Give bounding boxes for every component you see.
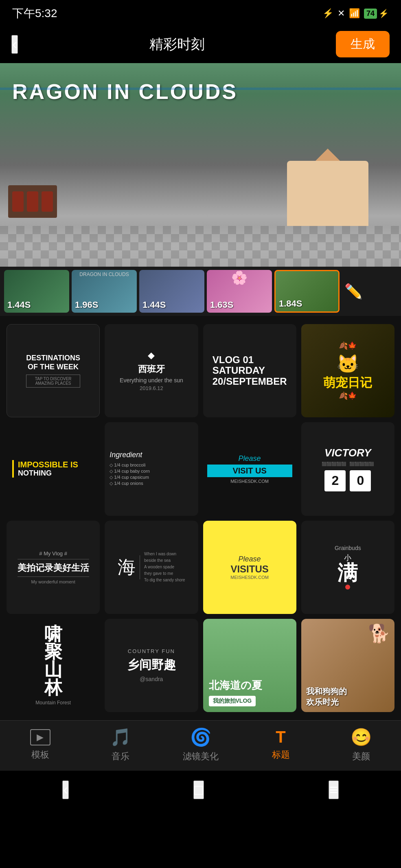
ingredient-item-4: ◇ 1/4 cup onions bbox=[110, 481, 193, 486]
template-visit[interactable]: Please VISIT US MEISHESDK.COM bbox=[203, 422, 296, 515]
impossible-content: IMPOSSIBLE IS NOTHING bbox=[7, 454, 100, 483]
preview-text: RAGON IN CLOUDS bbox=[12, 79, 238, 104]
spain-name: 西班牙 bbox=[120, 363, 183, 375]
nav-music-label: 音乐 bbox=[112, 750, 129, 763]
template-myvlog[interactable]: # My Vlog # 美拍记录美好生活 My wonderful moment bbox=[7, 521, 100, 614]
leaves-bottom: 🍂🍁 bbox=[339, 391, 357, 400]
header: ‹ 精彩时刻 生成 bbox=[0, 25, 401, 63]
nav-title[interactable]: T 标题 bbox=[261, 729, 301, 761]
pet-content: 🍂🍁 🐱 萌宠日记 🍂🍁 bbox=[301, 324, 394, 417]
nav-music[interactable]: 🎵 音乐 bbox=[100, 727, 141, 763]
ingredient-content: Ingredient ◇ 1/4 cup broccoli ◇ 1/4 cup … bbox=[105, 446, 198, 492]
template-sea[interactable]: 海 When I was downbeside the seaA wooden … bbox=[105, 521, 198, 614]
visit2-us: VISITUS bbox=[230, 563, 268, 575]
score-label-2: ⬛⬛⬛⬛⬛ bbox=[349, 462, 374, 466]
country-content: COUNTRY FUN 乡间野趣 @sandra bbox=[121, 642, 182, 688]
destinations-subtitle: TAP TO DISCOVERAMAZING PLACES bbox=[26, 375, 80, 388]
sys-back-button[interactable]: ‹ bbox=[62, 780, 69, 799]
template-hokkaido[interactable]: 北海道の夏 我的旅拍VLOG bbox=[203, 619, 296, 712]
templates-section: DESTINATIONSOF THE WEEK TAP TO DISCOVERA… bbox=[0, 316, 401, 720]
visit-content: Please VISIT US MEISHESDK.COM bbox=[203, 450, 296, 488]
template-vlog[interactable]: VLOG 01SATURDAY20/SEPTEMBER bbox=[203, 324, 296, 417]
nav-title-label: 标题 bbox=[272, 749, 290, 761]
thumb-1-duration: 1.44S bbox=[7, 300, 31, 310]
template-destinations[interactable]: DESTINATIONSOF THE WEEK TAP TO DISCOVERA… bbox=[7, 324, 100, 417]
thumbnail-5[interactable]: 1.84S bbox=[274, 270, 340, 313]
status-bar: 下午5:32 ⚡ ✕ 📶 74 ⚡ bbox=[0, 0, 401, 25]
hokkaido-badge: 我的旅拍VLOG bbox=[209, 696, 256, 706]
template-impossible[interactable]: IMPOSSIBLE IS NOTHING bbox=[7, 422, 100, 515]
location-icon: ◆ bbox=[120, 350, 183, 361]
template-dog[interactable]: 我和狗狗的欢乐时光 🐕 bbox=[301, 619, 394, 712]
sys-home-button[interactable]: □ bbox=[193, 780, 204, 799]
victory-title: VICTORY bbox=[307, 447, 389, 459]
visit2-domain: MEISHESDK.COM bbox=[230, 575, 269, 580]
destinations-content: DESTINATIONSOF THE WEEK TAP TO DISCOVERA… bbox=[20, 347, 87, 394]
thumb-3-duration: 1.44S bbox=[142, 300, 166, 310]
vlog-content: VLOG 01SATURDAY20/SEPTEMBER bbox=[206, 348, 294, 393]
thumbnail-4[interactable]: 🌸 1.63S bbox=[207, 270, 272, 313]
impossible-line2: NOTHING bbox=[18, 469, 94, 478]
system-nav-bar: ‹ □ ≡ bbox=[0, 771, 401, 807]
preview-building bbox=[287, 161, 368, 226]
template-country[interactable]: COUNTRY FUN 乡间野趣 @sandra bbox=[105, 619, 198, 712]
spain-subtitle: Everything under the sun bbox=[120, 377, 183, 384]
hokkaido-title: 北海道の夏 bbox=[209, 678, 291, 693]
myvlog-top: # My Vlog # bbox=[18, 550, 89, 557]
xiaoman-content: Grainbuds 小 满 bbox=[329, 539, 367, 595]
country-at: @sandra bbox=[127, 676, 176, 682]
thumb-2-duration: 1.96S bbox=[75, 300, 99, 310]
spain-date: 2019.6.12 bbox=[120, 385, 183, 391]
bluetooth-icon: ⚡ bbox=[322, 8, 333, 19]
template-ingredient[interactable]: Ingredient ◇ 1/4 cup broccoli ◇ 1/4 cup … bbox=[105, 422, 198, 515]
battery-icon: 74 ⚡ bbox=[364, 9, 389, 19]
nav-beauty[interactable]: 😊 美颜 bbox=[341, 727, 381, 763]
visit-please: Please bbox=[207, 454, 292, 463]
visit-domain: MEISHESDK.COM bbox=[207, 479, 292, 484]
myvlog-bottom: My wonderful moment bbox=[18, 579, 89, 584]
country-top: COUNTRY FUN bbox=[127, 648, 176, 654]
ingredient-item-3: ◇ 1/4 cup capsicum bbox=[110, 475, 193, 480]
template-victory[interactable]: VICTORY ⬛⬛⬛⬛⬛ ⬛⬛⬛⬛⬛ 2 0 bbox=[301, 422, 394, 515]
mountain-chars: 啸聚山林 bbox=[35, 625, 71, 697]
filter-icon: 🌀 bbox=[190, 727, 211, 747]
cat-icon: 🐱 bbox=[337, 353, 359, 375]
thumbnail-1[interactable]: 1.44S bbox=[4, 270, 69, 313]
score-label-1: ⬛⬛⬛⬛⬛ bbox=[322, 462, 346, 466]
sea-text: When I was downbeside the seaA wooden sp… bbox=[144, 551, 185, 583]
notification-icon: ✕ bbox=[337, 8, 345, 19]
thumbnail-2[interactable]: DRAGON IN CLOUDS 1.96S bbox=[72, 270, 137, 313]
battery-level: 74 bbox=[364, 9, 377, 19]
template-mountain[interactable]: 啸聚山林 Mountain Forest bbox=[7, 619, 100, 712]
dog-emoji: 🐕 bbox=[368, 623, 390, 644]
edit-button[interactable]: ✏️ bbox=[342, 280, 365, 303]
preview-floor bbox=[0, 226, 401, 267]
title-icon-container: T bbox=[271, 729, 291, 745]
score-box-2: 0 bbox=[350, 470, 371, 491]
sys-menu-button[interactable]: ≡ bbox=[329, 780, 339, 799]
template-visit2[interactable]: Please VISITUS MEISHESDK.COM bbox=[203, 521, 296, 614]
victory-scores: 2 0 bbox=[307, 470, 389, 491]
header-title: 精彩时刻 bbox=[149, 35, 205, 54]
score-box-1: 2 bbox=[324, 470, 346, 491]
thumbnail-strip: 1.44S DRAGON IN CLOUDS 1.96S 1.44S 🌸 1.6… bbox=[0, 267, 401, 316]
visit-us: VISIT US bbox=[207, 465, 292, 477]
thumbnail-3[interactable]: 1.44S bbox=[139, 270, 204, 313]
leaves-icon: 🍂🍁 bbox=[339, 341, 357, 350]
template-spain[interactable]: ◆ 西班牙 Everything under the sun 2019.6.12 bbox=[105, 324, 198, 417]
visit2-content: Please VISITUS MEISHESDK.COM bbox=[203, 521, 296, 614]
nav-filter[interactable]: 🌀 滤镜美化 bbox=[180, 727, 221, 763]
country-main: 乡间野趣 bbox=[127, 657, 176, 673]
bottom-nav: ▶ 模板 🎵 音乐 🌀 滤镜美化 T 标题 😊 美颜 bbox=[0, 720, 401, 771]
template-pet-diary[interactable]: 🍂🍁 🐱 萌宠日记 🍂🍁 bbox=[301, 324, 394, 417]
victory-content: VICTORY ⬛⬛⬛⬛⬛ ⬛⬛⬛⬛⬛ 2 0 bbox=[301, 441, 394, 497]
generate-button[interactable]: 生成 bbox=[336, 31, 390, 57]
status-time: 下午5:32 bbox=[12, 6, 57, 21]
ingredient-title: Ingredient bbox=[110, 451, 193, 459]
template-xiaoman[interactable]: Grainbuds 小 满 bbox=[301, 521, 394, 614]
mountain-sub: Mountain Forest bbox=[35, 700, 71, 706]
nav-template[interactable]: ▶ 模板 bbox=[20, 729, 61, 761]
myvlog-cn: 美拍记录美好生活 bbox=[18, 562, 89, 574]
back-button[interactable]: ‹ bbox=[11, 35, 18, 54]
thumb-5-duration: 1.84S bbox=[279, 298, 302, 309]
